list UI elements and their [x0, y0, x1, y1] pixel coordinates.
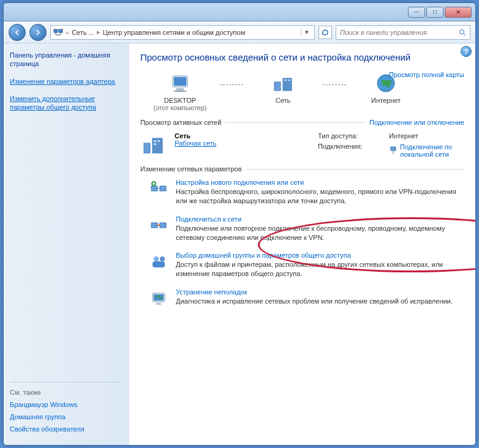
- sidebar-link-adapter[interactable]: Изменение параметров адаптера: [10, 77, 123, 86]
- svg-rect-1: [59, 29, 62, 32]
- navbar: « Сеть ... ▸ Центр управления сетями и о…: [4, 21, 475, 43]
- task-connect: Подключиться к сети Подключение или повт…: [140, 215, 464, 242]
- svg-rect-18: [154, 140, 156, 142]
- sidebar-seealso-homegroup[interactable]: Домашняя группа: [10, 413, 123, 420]
- help-button[interactable]: ?: [461, 46, 472, 57]
- network-diagram: DESKTOP (этот компьютер) Сеть Интернет: [140, 71, 464, 111]
- search-icon: [459, 29, 466, 36]
- diagram-network: Сеть: [243, 71, 323, 104]
- task-new-connection-link[interactable]: Настройка нового подключения или сети: [176, 179, 464, 186]
- content: ? Просмотр основных сведений о сети и на…: [129, 43, 475, 445]
- active-network-type-link[interactable]: Рабочая сеть: [175, 140, 309, 147]
- svg-rect-34: [153, 261, 165, 267]
- svg-line-6: [464, 34, 466, 35]
- search-box[interactable]: [336, 25, 470, 40]
- task-troubleshoot-link[interactable]: Устранение неполадок: [176, 288, 453, 296]
- titlebar: ─ □ ✕: [4, 3, 475, 21]
- task-new-connection-desc: Настройка беспроводного, широкополосного…: [176, 187, 464, 206]
- svg-rect-30: [160, 223, 166, 228]
- svg-rect-10: [174, 91, 186, 92]
- new-connection-icon: [149, 179, 168, 198]
- connections-label: Подключения:: [318, 143, 385, 158]
- page-title: Просмотр основных сведений о сети и наст…: [140, 52, 464, 62]
- active-network-details: Тип доступа: Интернет Подключения: Подкл…: [318, 132, 464, 158]
- diagram-desktop-sub: (этот компьютер): [140, 104, 220, 111]
- task-troubleshoot: Устранение неполадок Диагностика и испра…: [140, 288, 464, 308]
- access-type-value: Интернет: [389, 132, 464, 140]
- breadcrumb-root[interactable]: Сеть ...: [72, 29, 94, 36]
- connection-link[interactable]: Подключение по локальной сети: [389, 143, 464, 158]
- breadcrumb-current[interactable]: Центр управления сетями и общим доступом: [103, 29, 245, 36]
- svg-rect-29: [151, 223, 157, 228]
- sidebar-home-link[interactable]: Панель управления - домашняя страница: [10, 51, 123, 69]
- sidebar-seealso-firewall[interactable]: Брандмауэр Windows: [10, 401, 123, 408]
- svg-rect-21: [391, 147, 396, 151]
- svg-rect-0: [54, 29, 58, 32]
- computer-icon: [140, 71, 220, 95]
- task-new-connection: Настройка нового подключения или сети На…: [140, 179, 464, 206]
- forward-button[interactable]: [29, 24, 47, 41]
- task-connect-desc: Подключение или повторное подключение к …: [176, 224, 464, 242]
- connection-name: Подключение по локальной сети: [400, 143, 464, 158]
- network-settings-title: Изменение сетевых параметров: [140, 165, 242, 173]
- diagram-desktop-label: DESKTOP: [140, 97, 220, 104]
- active-network-name: Сеть: [175, 132, 309, 140]
- diagram-connector: [220, 84, 243, 85]
- svg-rect-11: [274, 82, 281, 91]
- maximize-button[interactable]: □: [426, 7, 443, 18]
- view-full-map-link[interactable]: Просмотр полной карты: [389, 71, 464, 78]
- address-dropdown-button[interactable]: ▾: [301, 28, 312, 36]
- network-settings-header: Изменение сетевых параметров: [140, 165, 464, 173]
- svg-rect-13: [284, 80, 287, 81]
- active-network-row: Сеть Рабочая сеть Тип доступа: Интернет …: [140, 132, 464, 158]
- diagram-internet-label: Интернет: [346, 97, 426, 104]
- active-networks-header: Просмотр активных сетей Подключение или …: [140, 119, 464, 126]
- svg-rect-23: [151, 186, 157, 191]
- window: ─ □ ✕ « Сеть ... ▸ Центр управления сетя…: [3, 2, 476, 446]
- task-homegroup-desc: Доступ к файлам и принтерам, расположенн…: [176, 260, 464, 278]
- breadcrumb-sep-icon: «: [66, 29, 69, 36]
- active-network-icon: [140, 132, 166, 158]
- svg-point-5: [460, 29, 464, 34]
- diagram-desktop: DESKTOP (этот компьютер): [140, 71, 220, 111]
- diagram-connector2: [323, 84, 346, 85]
- svg-rect-24: [160, 186, 166, 191]
- minimize-button[interactable]: ─: [408, 7, 425, 18]
- sidebar: Панель управления - домашняя страница Из…: [4, 43, 129, 445]
- svg-rect-20: [154, 143, 156, 145]
- active-networks-title: Просмотр активных сетей: [140, 119, 221, 126]
- svg-rect-8: [174, 77, 186, 86]
- task-troubleshoot-desc: Диагностика и исправление сетевых пробле…: [176, 297, 453, 306]
- svg-point-32: [154, 256, 159, 261]
- svg-rect-37: [156, 303, 161, 305]
- breadcrumb-arrow-icon: ▸: [97, 28, 100, 36]
- connect-disconnect-link[interactable]: Подключение или отключение: [369, 119, 464, 126]
- search-input[interactable]: [340, 29, 459, 36]
- task-homegroup: Выбор домашней группы и параметров общег…: [140, 252, 464, 278]
- body: Панель управления - домашняя страница Из…: [4, 43, 475, 445]
- connect-icon: [149, 215, 168, 235]
- address-bar[interactable]: « Сеть ... ▸ Центр управления сетями и о…: [50, 25, 315, 40]
- close-button[interactable]: ✕: [445, 7, 472, 18]
- network-center-icon: [53, 28, 63, 37]
- homegroup-icon: [149, 252, 168, 271]
- diagram-network-label: Сеть: [243, 97, 323, 104]
- sidebar-seealso-title: См. также: [10, 382, 123, 396]
- sidebar-link-sharing[interactable]: Изменить дополнительные параметры общего…: [10, 94, 123, 112]
- task-homegroup-link[interactable]: Выбор домашней группы и параметров общег…: [176, 252, 464, 259]
- sidebar-seealso-ieprops[interactable]: Свойства обозревателя: [10, 425, 123, 433]
- svg-point-33: [160, 256, 165, 261]
- svg-rect-16: [144, 143, 150, 153]
- task-connect-link[interactable]: Подключиться к сети: [176, 215, 464, 223]
- svg-rect-9: [176, 88, 184, 91]
- svg-rect-14: [288, 80, 290, 81]
- access-type-label: Тип доступа:: [318, 132, 385, 140]
- troubleshoot-icon: [149, 288, 168, 308]
- refresh-button[interactable]: [319, 26, 332, 39]
- network-icon: [243, 71, 323, 95]
- svg-rect-19: [157, 140, 160, 142]
- back-button[interactable]: [9, 24, 26, 41]
- lan-icon: [389, 146, 398, 155]
